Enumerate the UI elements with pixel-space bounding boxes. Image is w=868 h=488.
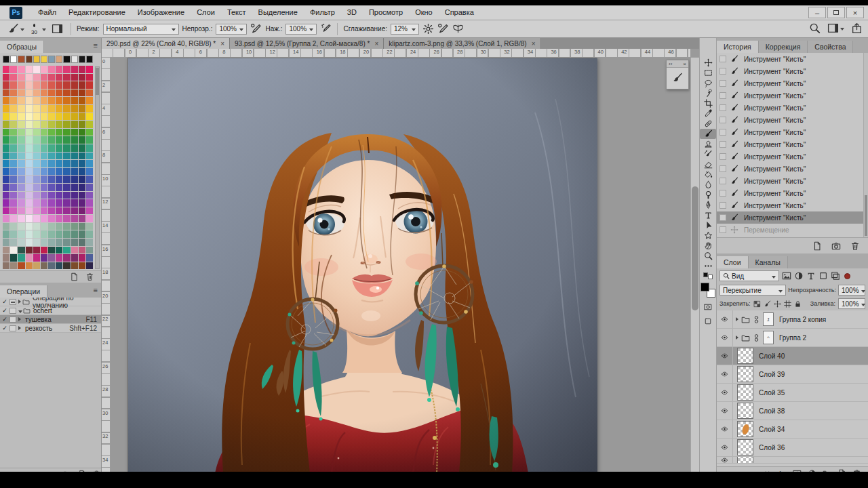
layer-row[interactable]: [717, 457, 868, 464]
document-tab[interactable]: klipartz.com-3.png @ 33,3% (Слой 1, RGB/…: [384, 38, 540, 49]
swatch[interactable]: [18, 144, 24, 152]
chevron-down-icon[interactable]: [42, 28, 46, 31]
layer-row[interactable]: Слой 34: [717, 420, 868, 439]
swatch[interactable]: [86, 207, 93, 215]
flow-field[interactable]: 100%: [285, 24, 317, 35]
minimize-button[interactable]: –: [808, 7, 826, 18]
menu-item[interactable]: Справка: [439, 5, 480, 20]
swatch[interactable]: [79, 74, 85, 81]
history-row[interactable]: Инструмент "Кисть": [717, 138, 868, 150]
swatch[interactable]: [10, 230, 17, 238]
swatch[interactable]: [56, 121, 62, 128]
swatch[interactable]: [26, 199, 33, 207]
swatch[interactable]: [63, 215, 70, 222]
swatch[interactable]: [33, 199, 40, 207]
swatch[interactable]: [71, 223, 78, 230]
swatch[interactable]: [71, 152, 78, 160]
swatch[interactable]: [10, 207, 17, 215]
swatch[interactable]: [41, 136, 47, 144]
swatch[interactable]: [86, 144, 93, 152]
swatch[interactable]: [48, 113, 55, 121]
pen-tool[interactable]: [700, 200, 716, 210]
swatch[interactable]: [48, 56, 55, 63]
swatch[interactable]: [63, 56, 70, 63]
history-row[interactable]: Инструмент "Кисть": [717, 150, 868, 163]
history-row[interactable]: Инструмент "Кисть": [717, 187, 868, 199]
swatch[interactable]: [79, 176, 85, 183]
menu-item[interactable]: Просмотр: [363, 5, 409, 20]
panel-tab[interactable]: Слои: [717, 256, 749, 268]
swatch[interactable]: [26, 66, 33, 73]
group-mask-thumbnail[interactable]: 1: [763, 312, 774, 326]
lock-position-icon[interactable]: [774, 300, 781, 308]
swatch[interactable]: [63, 105, 70, 113]
swatch[interactable]: [33, 56, 40, 63]
action-enabled-check[interactable]: ✓: [0, 298, 9, 305]
action-dialog-toggle[interactable]: [9, 325, 16, 331]
swatch[interactable]: [48, 105, 55, 113]
swatch[interactable]: [63, 81, 70, 89]
swatch[interactable]: [3, 207, 9, 215]
swatch[interactable]: [33, 168, 40, 176]
history-brush-tool[interactable]: [700, 149, 716, 159]
lock-artboard-icon[interactable]: [784, 300, 791, 308]
pressure-opacity-icon[interactable]: [250, 23, 262, 35]
swatch[interactable]: [86, 105, 93, 113]
swatch[interactable]: [10, 184, 17, 191]
scrollbar-thumb[interactable]: [692, 186, 698, 311]
swatch[interactable]: [10, 144, 17, 152]
filter-adjustment-layers-icon[interactable]: [794, 271, 804, 281]
layer-name[interactable]: Слой 39: [759, 371, 785, 378]
swatch[interactable]: [10, 152, 17, 160]
swatch[interactable]: [41, 121, 47, 128]
swatch[interactable]: [71, 192, 78, 199]
swatch[interactable]: [33, 144, 40, 152]
swatch[interactable]: [10, 81, 17, 89]
swatch[interactable]: [10, 215, 17, 222]
edit-toolbar-button[interactable]: [700, 261, 716, 271]
swatch[interactable]: [79, 105, 85, 113]
swatch[interactable]: [41, 223, 47, 230]
swatch[interactable]: [71, 66, 78, 73]
swatch[interactable]: [63, 144, 70, 152]
swatch[interactable]: [48, 247, 55, 254]
history-row[interactable]: Инструмент "Кисть": [717, 175, 868, 187]
swatch[interactable]: [41, 113, 47, 121]
airbrush-icon[interactable]: [320, 23, 332, 35]
swatch[interactable]: [33, 113, 40, 121]
swatch[interactable]: [86, 74, 93, 81]
history-source-checkbox[interactable]: [719, 178, 726, 184]
swatch[interactable]: [10, 262, 17, 270]
swatch[interactable]: [63, 66, 70, 73]
swatch[interactable]: [71, 74, 78, 81]
canvas-document[interactable]: [127, 58, 597, 472]
swatch[interactable]: [71, 81, 78, 89]
menu-item[interactable]: Файл: [32, 5, 62, 20]
swatch[interactable]: [33, 160, 40, 167]
swatch[interactable]: [41, 160, 47, 167]
pressure-size-icon[interactable]: [437, 23, 449, 35]
swatch[interactable]: [86, 184, 93, 191]
swatch[interactable]: [79, 254, 85, 262]
swatch[interactable]: [71, 262, 78, 270]
swatch[interactable]: [79, 247, 85, 254]
swatch[interactable]: [41, 184, 47, 191]
swatch[interactable]: [48, 89, 55, 97]
swatch[interactable]: [26, 136, 33, 144]
menu-item[interactable]: 3D: [341, 5, 363, 20]
swatch[interactable]: [10, 97, 17, 104]
action-row[interactable]: ✓ Операции по умолчанию: [0, 298, 101, 306]
swatch[interactable]: [26, 247, 33, 254]
close-tab-icon[interactable]: ×: [220, 40, 224, 47]
swatch[interactable]: [18, 247, 24, 254]
swatch[interactable]: [3, 105, 9, 113]
swatch[interactable]: [56, 254, 62, 262]
swatch[interactable]: [18, 254, 24, 262]
swatch[interactable]: [86, 176, 93, 183]
layer-thumbnail[interactable]: [737, 439, 753, 455]
filter-shape-layers-icon[interactable]: [818, 271, 828, 281]
history-source-checkbox[interactable]: [719, 214, 726, 221]
swatch[interactable]: [3, 97, 9, 104]
swatch[interactable]: [26, 184, 33, 191]
layer-row[interactable]: ^ Группа 2: [717, 329, 868, 347]
